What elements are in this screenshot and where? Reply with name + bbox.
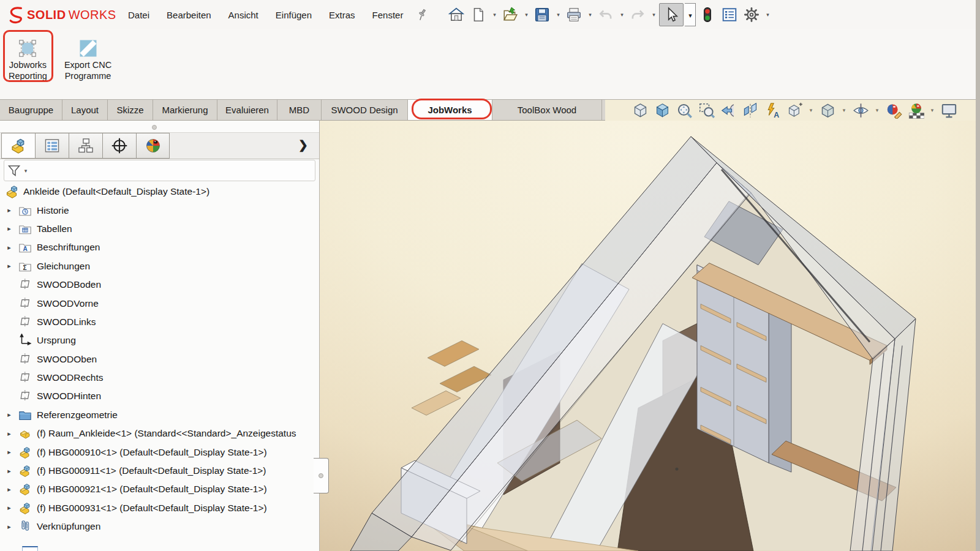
panel-tab-configurationmanager[interactable] [69,133,102,159]
menu-einfgen[interactable]: Einfügen [267,6,320,24]
menu-extras[interactable]: Extras [320,6,364,24]
tab-markierung[interactable]: Markierung [153,100,217,120]
zoom-area-button[interactable] [697,101,715,119]
tree-item-verkn-pfungen[interactable]: ▸Verknüpfungen [0,517,319,536]
zoom-pan-button[interactable] [675,101,693,119]
dropdown-caret[interactable]: ▾ [649,12,658,18]
apply-scene-button[interactable] [907,101,925,119]
tab-layout[interactable]: Layout [62,100,108,120]
tree-expand-arrow[interactable]: ▸ [0,504,18,512]
save-button[interactable] [532,3,552,26]
annotations-button[interactable]: A [763,101,782,119]
dropdown-caret[interactable]: ▾ [685,3,696,26]
dropdown-caret[interactable]: ▾ [554,12,562,18]
settings-gear-button[interactable] [741,3,762,26]
tree-expand-arrow[interactable]: ▸ [0,523,18,531]
dropdown-caret[interactable]: ▾ [873,107,881,113]
shaded-cube-button[interactable] [653,101,671,119]
dropdown-caret[interactable]: ▾ [522,12,530,18]
tree-item-tabellen[interactable]: ▸Tabellen [0,220,319,238]
tree-item-f-raum-ankleide-1-standard-standard-anze[interactable]: ▸(f) Raum_Ankleide<1> (Standard<<Standar… [0,424,319,443]
tree-item-swoodlinks[interactable]: SWOODLinks [0,313,319,331]
tree-item-historie[interactable]: ▸Historie [0,201,319,219]
tree-expand-arrow[interactable]: ▸ [0,411,18,419]
filter-dropdown-caret[interactable]: ▾ [21,168,30,174]
tree-filter-bar[interactable]: ▾ [4,160,315,181]
panel-tab-dimxpert[interactable] [102,133,136,159]
dropdown-caret[interactable]: ▾ [586,12,594,18]
tree-expand-arrow[interactable]: ▸ [0,430,18,438]
panel-tab-propertymanager[interactable] [35,133,69,159]
tree-expand-arrow[interactable]: ▸ [0,225,18,233]
panel-tab-appearances[interactable] [136,133,170,159]
tab-evaluieren[interactable]: Evaluieren [217,100,277,120]
panel-splitter-bar[interactable] [0,121,319,133]
edit-appearance-button[interactable] [884,101,903,119]
tree-expand-arrow[interactable]: ▸ [0,206,18,214]
tree-expand-arrow[interactable]: ▸ [0,244,18,252]
select-arrow-button[interactable] [659,3,684,26]
open-button[interactable] [500,3,521,26]
tree-item-f-hbg000931-1-default-default-display-st[interactable]: ▸(f) HBG000931<1> (Default<Default_Displ… [0,499,319,517]
tree-item-swoodhinten[interactable]: SWOODHinten [0,387,319,405]
tree-item-ankleide-default-default-display-state-1[interactable]: Ankleide (Default<Default_Display State-… [0,182,319,201]
tab-swood-design[interactable]: SWOOD Design [322,100,408,120]
dropdown-caret[interactable]: ▾ [490,12,499,18]
tree-item-referenzgeometrie[interactable]: ▸Referenzgeometrie [0,406,319,424]
tree-item-beschriftungen[interactable]: ▸ABeschriftungen [0,238,319,257]
previous-view-button[interactable] [719,101,737,119]
traffic-light-button[interactable] [697,3,718,26]
tab-baugruppe[interactable]: Baugruppe [0,100,62,120]
menu-datei[interactable]: Datei [119,6,158,24]
new-document-button[interactable] [468,3,489,26]
dropdown-caret[interactable]: ▾ [840,107,848,113]
jobworks-reporting-button[interactable]: JobworksReporting [3,31,53,87]
section-view-button[interactable] [741,101,760,119]
display-style-button[interactable] [818,101,837,119]
hide-show-items-button[interactable] [851,101,870,119]
panel-splitter-handle[interactable] [314,458,329,493]
tree-expand-arrow[interactable]: ▸ [0,485,18,493]
tree-item-swoodvorne[interactable]: SWOODVorne [0,294,319,312]
undo-button[interactable] [595,3,616,26]
zoom-to-fit-button[interactable] [631,101,649,119]
featuremanager-panel: ❯ ▾ Ankleide (Default<Default_Display St… [0,121,320,551]
tree-item-swoodboden[interactable]: SWOODBoden [0,276,319,294]
tab-mbd[interactable]: MBD [277,100,322,120]
tree-item-f-hbg000911-1-default-default-display-st[interactable]: ▸(f) HBG000911<1> (Default<Default_Displ… [0,462,319,480]
tree-item-gleichungen[interactable]: ▸ΣGleichungen [0,257,319,276]
tree-item-f-hbg000910-1-default-default-display-st[interactable]: ▸(f) HBG000910<1> (Default<Default_Displ… [0,443,319,461]
home-button[interactable] [446,3,467,26]
tree-expand-arrow[interactable]: ▸ [0,448,18,456]
dropdown-caret[interactable]: ▾ [763,12,772,18]
redo-button[interactable] [627,3,648,26]
command-list-button[interactable] [719,3,740,26]
export-cnc-programme-button[interactable]: Export CNCProgramme [59,31,117,87]
tab-jobworks[interactable]: JobWorks [408,100,492,120]
graphics-viewport[interactable] [320,121,980,551]
panel-tab-featuremanager-tree[interactable] [1,133,35,159]
dropdown-caret[interactable]: ▾ [807,107,815,113]
tree-item-swoodoben[interactable]: SWOODOben [0,350,319,369]
dropdown-caret[interactable]: ▾ [617,12,626,18]
print-button[interactable] [564,3,584,26]
view-orientation-button[interactable] [785,101,804,119]
tree-item-ursprung[interactable]: Ursprung [0,331,319,350]
tree-expand-arrow[interactable]: ▸ [0,262,18,270]
panel-expand-arrow[interactable]: ❯ [298,138,308,152]
menu-ansicht[interactable]: Ansicht [220,6,267,24]
menu-bearbeiten[interactable]: Bearbeiten [158,6,220,24]
tree-expand-arrow[interactable]: ▸ [0,467,18,475]
export-cnc-programme-label-2: Programme [65,70,111,81]
tree-item-f-hbg000921-1-default-default-display-st[interactable]: ▸(f) HBG000921<1> (Default<Default_Displ… [0,480,319,498]
menu-fenster[interactable]: Fenster [364,6,412,24]
tree-item-swoodrechts[interactable]: SWOODRechts [0,369,319,387]
3d-model-ankleide[interactable] [320,121,980,551]
pushpin-icon[interactable] [415,8,429,21]
dropdown-caret[interactable]: ▾ [929,107,936,113]
view-settings-button[interactable] [940,101,958,119]
tab-skizze[interactable]: Skizze [108,100,153,120]
tab-toolbox-wood[interactable]: ToolBox Wood [492,100,602,120]
filter-funnel-icon[interactable] [7,163,21,178]
svg-text:A: A [23,246,28,252]
